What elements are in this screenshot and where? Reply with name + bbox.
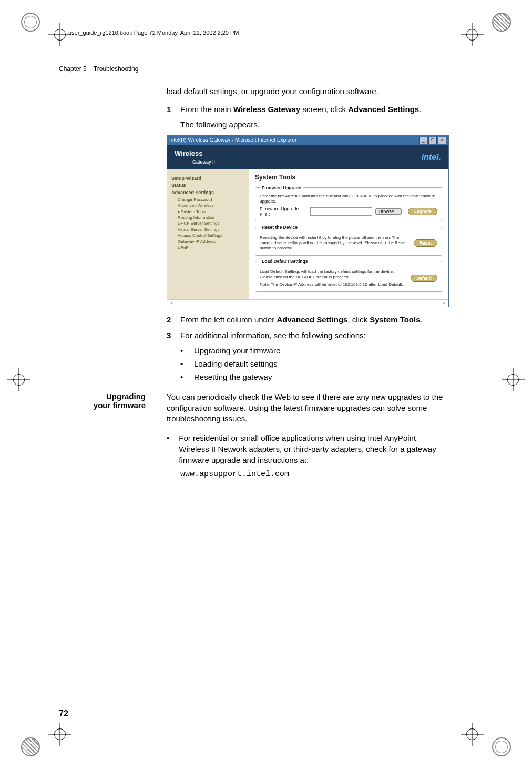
step-2-post: . bbox=[421, 315, 423, 324]
bullet-dot-icon: • bbox=[180, 371, 185, 382]
step-1-sub: The following appears. bbox=[180, 119, 448, 130]
sidebar-item-status[interactable]: Status bbox=[171, 183, 244, 189]
reg-crosshair-mr bbox=[502, 368, 525, 391]
reg-mark-tl bbox=[21, 13, 40, 32]
step-1-mid: screen, click bbox=[300, 105, 348, 114]
step-2: 2 From the left column under Advanced Se… bbox=[167, 315, 448, 325]
upgrade-paragraph: You can periodically check the Web to se… bbox=[167, 392, 448, 424]
big-bullet-text: For residential or small office applicat… bbox=[179, 432, 448, 466]
sidebar-item-virtual-server-settings[interactable]: Virtual Server Settings bbox=[178, 227, 244, 232]
header-rule bbox=[59, 38, 453, 38]
step-3-body: For additional information, see the foll… bbox=[180, 330, 448, 341]
sidebar-item-change-password[interactable]: Change Password bbox=[178, 197, 244, 203]
bullet-dot-icon: • bbox=[167, 432, 169, 466]
sidebar: Setup Wizard Status Advanced Settings Ch… bbox=[167, 169, 249, 299]
sidebar-item-system-tools[interactable]: System Tools bbox=[178, 209, 244, 215]
window-title: Intel(R) Wireless Gateway - Microsoft In… bbox=[169, 137, 296, 143]
reg-mark-br bbox=[492, 737, 511, 756]
window-statusbar: <> bbox=[167, 299, 448, 307]
step-2-pre: From the left column under bbox=[180, 315, 277, 324]
screenshot-wireless-gateway: Intel(R) Wireless Gateway - Microsoft In… bbox=[167, 135, 449, 307]
sidebar-item-access-control-settings[interactable]: Access Control Settings bbox=[178, 233, 244, 238]
app-topbar: Wireless Gateway II intel. bbox=[167, 145, 448, 169]
bullet-item: •Resetting the gateway bbox=[180, 371, 448, 382]
bullet-3-text: Resetting the gateway bbox=[194, 371, 272, 382]
sidebar-item-gateway-ip-address[interactable]: Gateway IP Address bbox=[178, 239, 244, 245]
step-3: 3 For additional information, see the fo… bbox=[167, 330, 448, 341]
side-heading-line-2: your firmware bbox=[94, 401, 146, 410]
crop-line-right bbox=[499, 47, 499, 722]
browse-button[interactable]: Browse... bbox=[375, 208, 401, 215]
intro-paragraph: load default settings, or upgrade your c… bbox=[167, 86, 448, 97]
step-2-bold-1: Advanced Settings bbox=[277, 315, 347, 324]
header-file-line: user_guide_rg1210.book Page 72 Monday, A… bbox=[68, 29, 239, 36]
step-1-body: From the main Wireless Gateway screen, c… bbox=[180, 104, 448, 115]
step-1-post: . bbox=[419, 105, 421, 114]
side-heading-line-1: Upgrading bbox=[106, 392, 146, 401]
fieldset-reset-device: Reset the Device Resetting the device wi… bbox=[255, 225, 442, 256]
bullet-dot-icon: • bbox=[180, 358, 185, 369]
sidebar-item-advanced-wireless[interactable]: Advanced Wireless bbox=[178, 203, 244, 208]
window-close-button[interactable]: × bbox=[438, 137, 446, 144]
default-button[interactable]: Default bbox=[411, 275, 437, 282]
intel-logo-text: intel. bbox=[422, 153, 441, 162]
fieldset-firmware-upgrade: Firmware Upgrade Enter the firmware file… bbox=[255, 185, 442, 221]
step-3-number: 3 bbox=[167, 330, 174, 341]
fw-file-input[interactable] bbox=[310, 207, 372, 216]
window-titlebar: Intel(R) Wireless Gateway - Microsoft In… bbox=[167, 136, 448, 145]
reg-mark-tr bbox=[492, 13, 511, 32]
bullet-2-text: Loading default settings bbox=[194, 358, 277, 369]
step-2-mid: , click bbox=[347, 315, 370, 324]
brand-line-1: Wireless bbox=[175, 149, 202, 157]
sidebar-item-setup-wizard[interactable]: Setup Wizard bbox=[171, 176, 244, 182]
panel-heading: System Tools bbox=[255, 174, 442, 181]
upgrade-button[interactable]: Upgrade bbox=[408, 208, 437, 215]
reset-desc: Resetting the device will restart it by … bbox=[260, 235, 411, 251]
reg-crosshair-br bbox=[461, 723, 484, 746]
crop-line-left bbox=[33, 47, 33, 722]
legend-reset-device: Reset the Device bbox=[260, 225, 300, 230]
sidebar-item-dhcp-server-settings[interactable]: DHCP Server Settings bbox=[178, 221, 244, 226]
reg-crosshair-bl bbox=[48, 723, 71, 746]
step-1-bold-2: Advanced Settings bbox=[348, 105, 419, 114]
legend-firmware-upgrade: Firmware Upgrade bbox=[260, 185, 303, 190]
bullet-item: •Loading default settings bbox=[180, 358, 448, 369]
support-url: www.apsupport.intel.com bbox=[180, 470, 448, 479]
step-1-pre: From the main bbox=[180, 105, 233, 114]
big-bullet: • For residential or small office applic… bbox=[167, 432, 448, 466]
bullet-item: •Upgrading your firmware bbox=[180, 345, 448, 356]
step-1: 1 From the main Wireless Gateway screen,… bbox=[167, 104, 448, 115]
window-minimize-button[interactable]: _ bbox=[419, 137, 427, 144]
defaults-desc-1: Load Default Settings will load the fact… bbox=[260, 269, 407, 280]
step-1-bold-1: Wireless Gateway bbox=[233, 105, 300, 114]
brand-line-2: Gateway II bbox=[175, 159, 215, 165]
fw-upgrade-desc: Enter the firmware file path into the bo… bbox=[260, 194, 437, 204]
bullet-1-text: Upgrading your firmware bbox=[194, 345, 280, 356]
reg-mark-bl bbox=[21, 737, 40, 756]
fieldset-load-defaults: Load Default Settings Load Default Setti… bbox=[255, 259, 442, 292]
sidebar-item-routing-information[interactable]: Routing Information bbox=[178, 215, 244, 220]
sidebar-item-upnp[interactable]: UPnP bbox=[178, 245, 244, 250]
panel-system-tools: System Tools Firmware Upgrade Enter the … bbox=[249, 169, 448, 299]
defaults-desc-2: Note: The Device IP Address will be rese… bbox=[260, 282, 407, 287]
fw-file-label: Firmware Upgrade File : bbox=[260, 206, 307, 217]
reg-crosshair-ml bbox=[7, 368, 30, 391]
page-number: 72 bbox=[59, 709, 68, 719]
step-1-number: 1 bbox=[167, 104, 174, 115]
bullet-dot-icon: • bbox=[180, 345, 185, 356]
chapter-title: Chapter 5 – Troubleshooting bbox=[59, 65, 138, 73]
reset-button[interactable]: Reset bbox=[414, 239, 437, 247]
sidebar-item-advanced-settings[interactable]: Advanced Settings bbox=[171, 190, 244, 196]
window-maximize-button[interactable]: □ bbox=[428, 137, 437, 144]
reg-crosshair-tr bbox=[461, 23, 484, 46]
step-2-number: 2 bbox=[167, 315, 174, 325]
step-2-bold-2: System Tools bbox=[370, 315, 420, 324]
side-heading-upgrading-firmware: Upgrading your firmware bbox=[59, 392, 156, 410]
step-2-body: From the left column under Advanced Sett… bbox=[180, 315, 448, 325]
legend-load-defaults: Load Default Settings bbox=[260, 259, 310, 264]
